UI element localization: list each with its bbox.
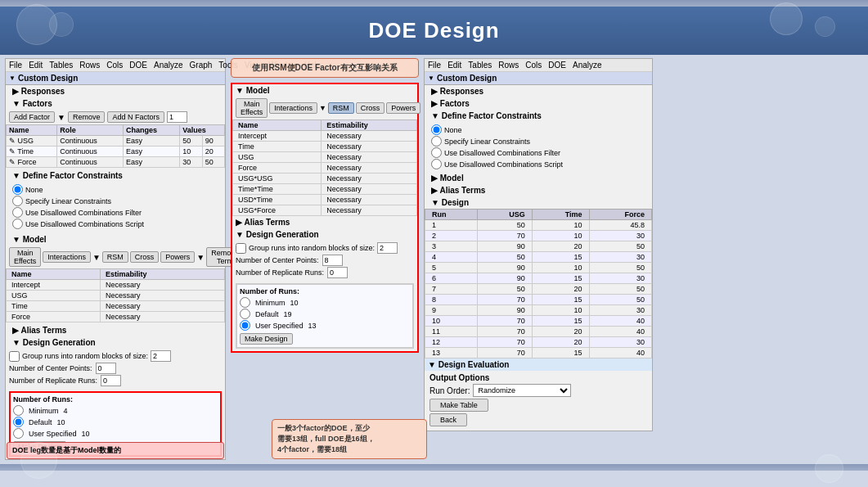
table-row: 4501530 bbox=[425, 252, 652, 263]
main-effects-mid-btn[interactable]: Main Effects bbox=[236, 98, 268, 118]
menu-r-edit[interactable]: Edit bbox=[447, 61, 461, 70]
group-runs-mid-label: Group runs into random blocks of size: bbox=[249, 244, 375, 252]
rsm-btn[interactable]: RSM bbox=[102, 251, 128, 263]
default-value: 10 bbox=[57, 418, 65, 426]
menu-analyze[interactable]: Analyze bbox=[154, 61, 183, 70]
right-none-option[interactable]: None bbox=[431, 124, 645, 135]
model-mid-subsection: ▼ Model bbox=[232, 84, 417, 97]
minimum-run-option[interactable]: Minimum 4 bbox=[13, 405, 218, 416]
center-points-input[interactable] bbox=[96, 363, 116, 374]
menu-cols[interactable]: Cols bbox=[106, 61, 123, 70]
menu-r-analyze[interactable]: Analyze bbox=[573, 61, 602, 70]
menu-tables[interactable]: Tables bbox=[49, 61, 73, 70]
triangle-define-icon: ▼ bbox=[12, 171, 23, 180]
back-btn[interactable]: Back bbox=[430, 413, 467, 426]
replicate-runs-mid-label: Number of Replicate Runs: bbox=[236, 268, 324, 277]
menu-r-doe[interactable]: DOE bbox=[548, 61, 566, 70]
menu-r-cols[interactable]: Cols bbox=[525, 61, 542, 70]
cell-usg-val2: 90 bbox=[202, 136, 224, 147]
table-row: 10701540 bbox=[425, 316, 652, 327]
replicate-runs-mid-input[interactable] bbox=[327, 267, 348, 278]
add-n-value[interactable] bbox=[167, 111, 187, 123]
default-run-option[interactable]: Default 10 bbox=[13, 417, 218, 427]
default-mid-option[interactable]: Default 19 bbox=[240, 309, 410, 319]
right-disallowed-filter-option[interactable]: Use Disallowed Combinations Filter bbox=[431, 147, 645, 158]
col-run: Run bbox=[425, 210, 478, 220]
group-runs-input[interactable] bbox=[151, 350, 171, 362]
custom-design-label: Custom Design bbox=[18, 74, 78, 83]
user-mid-option[interactable]: User Specified 13 bbox=[240, 320, 410, 331]
linear-option[interactable]: Specify Linear Constraints bbox=[12, 196, 218, 206]
make-table-btn[interactable]: Make Table bbox=[430, 399, 488, 412]
runs-mid-title: Number of Runs: bbox=[240, 287, 410, 295]
menu-edit[interactable]: Edit bbox=[29, 61, 43, 70]
col-est-mid: Estimability bbox=[322, 120, 417, 131]
right-linear-option[interactable]: Specify Linear Constraints bbox=[431, 136, 645, 147]
model-subsection: ▼ Model bbox=[6, 233, 225, 246]
table-row: ✎ USG Continuous Easy 50 90 bbox=[7, 136, 225, 147]
remove-btn[interactable]: Remove bbox=[68, 111, 106, 123]
table-row: TimeNecessary bbox=[233, 142, 417, 152]
col-model-name: Name bbox=[7, 269, 101, 280]
dropdown-icon[interactable]: ▼ bbox=[57, 113, 65, 122]
menu-doe[interactable]: DOE bbox=[129, 61, 147, 70]
menu-r-rows[interactable]: Rows bbox=[498, 61, 519, 70]
group-runs-row: Group runs into random blocks of size: bbox=[9, 350, 222, 362]
make-design-mid-btn[interactable]: Make Design bbox=[240, 333, 293, 345]
main-effects-btn[interactable]: Main Effects bbox=[9, 247, 41, 267]
powers-btn[interactable]: Powers bbox=[160, 251, 195, 263]
add-n-factors-btn[interactable]: Add N Factors bbox=[107, 111, 164, 123]
menu-rows[interactable]: Rows bbox=[79, 61, 100, 70]
alias-terms-subsection: ▶ Alias Terms bbox=[6, 324, 225, 336]
model-toolbar-mid: Main Effects Interactions ▼ RSM Cross Po… bbox=[232, 97, 417, 119]
run-order-select[interactable]: Randomize bbox=[473, 384, 571, 397]
user-specified-label: User Specified bbox=[29, 430, 77, 438]
center-points-mid-input[interactable] bbox=[322, 255, 343, 266]
disallowed-filter-option[interactable]: Use Disallowed Combinations Filter bbox=[12, 207, 218, 218]
bubble-decor bbox=[770, 2, 803, 35]
factors-label: Factors bbox=[23, 99, 52, 108]
cell-time-role: Continuous bbox=[57, 147, 124, 157]
group-runs-checkbox[interactable] bbox=[9, 351, 20, 362]
triangle-model-icon: ▼ bbox=[12, 235, 23, 244]
cross-btn[interactable]: Cross bbox=[130, 251, 160, 263]
group-runs-mid-checkbox[interactable] bbox=[236, 243, 246, 254]
menu-r-tables[interactable]: Tables bbox=[468, 61, 492, 70]
menu-r-file[interactable]: File bbox=[428, 61, 441, 70]
dropdown-interactions-icon[interactable]: ▼ bbox=[92, 253, 101, 262]
menu-graph[interactable]: Graph bbox=[190, 61, 213, 70]
table-row: 8701550 bbox=[425, 295, 652, 305]
menu-file[interactable]: File bbox=[9, 61, 22, 70]
add-factor-btn[interactable]: Add Factor bbox=[9, 111, 55, 123]
cell-time-val1: 10 bbox=[180, 147, 202, 157]
interactions-btn[interactable]: Interactions bbox=[43, 251, 91, 263]
cross-mid-btn[interactable]: Cross bbox=[356, 102, 385, 114]
table-row: Intercept Necessary bbox=[7, 280, 225, 291]
user-specified-option[interactable]: User Specified 10 bbox=[13, 428, 218, 439]
table-row: 2701030 bbox=[425, 231, 652, 241]
table-row: InterceptNecessary bbox=[233, 131, 417, 142]
group-runs-mid-input[interactable] bbox=[377, 242, 398, 254]
disallowed-script-option[interactable]: Use Disallowed Combinations Script bbox=[12, 219, 218, 229]
runs-box-mid: Number of Runs: Minimum 10 Default 19 bbox=[236, 283, 414, 349]
dropdown-int-mid-icon[interactable]: ▼ bbox=[319, 104, 326, 112]
rsm-mid-btn[interactable]: RSM bbox=[328, 102, 354, 114]
min-mid-option[interactable]: Minimum 10 bbox=[240, 297, 410, 308]
responses-label: Responses bbox=[21, 87, 65, 96]
right-panel-wrapper: File Edit Tables Rows Cols DOE Analyze ▼… bbox=[424, 58, 863, 461]
powers-mid-btn[interactable]: Powers bbox=[386, 102, 421, 114]
bubble-decor bbox=[20, 442, 57, 479]
interactions-mid-btn[interactable]: Interactions bbox=[269, 102, 317, 114]
triangle-alias-mid-icon: ▶ bbox=[236, 218, 244, 227]
triangle-r-model-icon: ▶ bbox=[431, 174, 440, 183]
replicate-runs-row: Number of Replicate Runs: bbox=[9, 375, 222, 386]
middle-panel-wrapper: 使用RSM使DOE Factor有交互影响关系 ▼ Model Main Eff… bbox=[231, 83, 419, 461]
dropdown-powers-icon[interactable]: ▼ bbox=[196, 253, 205, 262]
replicate-runs-input[interactable] bbox=[101, 375, 121, 386]
table-row: USGNecessary bbox=[233, 152, 417, 163]
none-option[interactable]: None bbox=[12, 184, 218, 195]
right-disallowed-script-option[interactable]: Use Disallowed Combinations Script bbox=[431, 159, 645, 169]
factors-table: Name Role Changes Values ✎ USG Continuou… bbox=[6, 124, 225, 168]
output-options-label: Output Options bbox=[430, 373, 647, 382]
run-order-row: Run Order: Randomize bbox=[430, 384, 647, 397]
